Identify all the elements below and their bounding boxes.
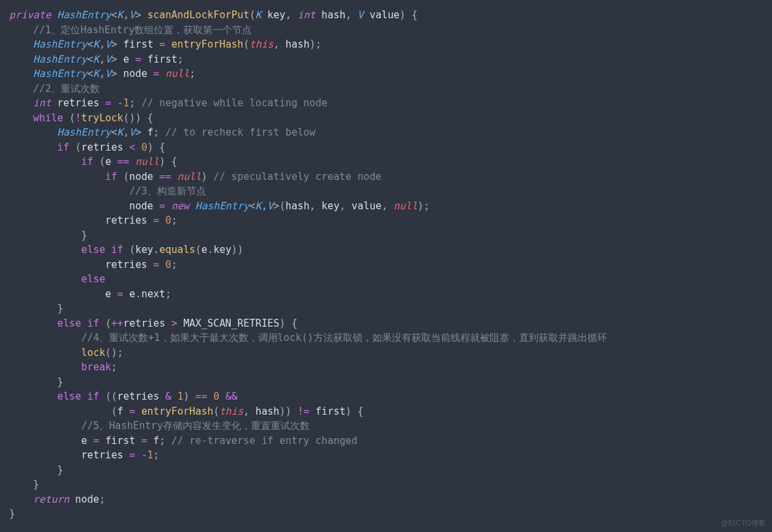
method-name: scanAndLockForPut <box>147 9 250 21</box>
gen-k: K <box>117 9 123 21</box>
kw-private: private <box>9 9 51 21</box>
comment: //2、重试次数 <box>33 83 100 95</box>
watermark: @51CTO博客 <box>721 518 765 528</box>
code-block: private HashEntry<K,V> scanAndLockForPut… <box>0 0 772 529</box>
comment: //1、定位HashEntry数组位置，获取第一个节点 <box>33 24 252 36</box>
type: HashEntry <box>57 9 111 21</box>
